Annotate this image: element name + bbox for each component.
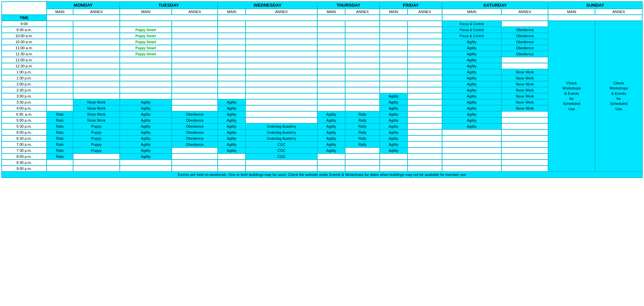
thu-main-cell (317, 87, 345, 93)
thu-annex-cell (345, 93, 379, 99)
thu-annex-cell (345, 75, 379, 81)
mon-main-cell (47, 166, 73, 172)
wed-main-sub: MAIN (218, 9, 246, 15)
sat-main-cell (442, 147, 502, 154)
wed-main-cell (218, 87, 246, 93)
mon-annex-cell (73, 154, 120, 160)
mon-annex-sub: ANNEX (73, 9, 120, 15)
sat-annex-cell (501, 111, 548, 117)
table-row: 9:30 a.m.Puppy SmartFocus & ControlObedi… (2, 27, 642, 33)
mon-annex-cell (73, 160, 120, 166)
tue-main-cell (120, 166, 172, 172)
fri-annex-cell (408, 87, 442, 93)
sat-annex-cell: Nose Work (501, 99, 548, 105)
mon-annex-cell (73, 51, 120, 57)
wed-main-cell: Agility (218, 105, 246, 111)
fri-main-cell (380, 87, 408, 93)
schedule-container: MONDAY TUESDAY WEDNESDAY THURSDAY FRIDAY… (0, 0, 644, 179)
wednesday-header: WEDNESDAY (218, 2, 317, 9)
fri-main-cell (380, 45, 408, 51)
wed-main-cell: Agility (218, 135, 246, 141)
fri-main-cell: Agility (380, 111, 408, 117)
thu-main-cell: Agility (317, 129, 345, 135)
mon-main-cell (47, 33, 73, 39)
tue-main-cell: Agility (120, 147, 172, 154)
mon-annex-cell: Puppy (73, 123, 120, 129)
mon-annex-cell: Puppy (73, 135, 120, 141)
thu-annex-cell (345, 33, 379, 39)
fri-annex-cell (408, 141, 442, 147)
wed-main-cell (218, 39, 246, 45)
table-row: 4:30: p.m.RatsNose WorkAgilityObedienceA… (2, 111, 642, 117)
wed-main-cell: Agility (218, 147, 246, 154)
time-cell: 6:30 p.m. (2, 135, 47, 141)
sat-annex-cell: Obedience (501, 33, 548, 39)
wed-annex-cell: CGC (246, 141, 317, 147)
time-cell: 11:00 a.m. (2, 45, 47, 51)
fri-annex-cell (408, 123, 442, 129)
mon-annex-cell: Nose Work (73, 105, 120, 111)
mon-main-cell (47, 51, 73, 57)
fri-annex-cell (408, 21, 442, 27)
table-row: 5:00 p.m.RatsNose WorkAgilityObedienceAg… (2, 117, 642, 123)
table-row: 6:00 p.m.RatsPuppyAgilityObedienceAgilit… (2, 129, 642, 135)
wed-annex-cell (246, 160, 317, 166)
tue-annex-cell (172, 81, 218, 87)
sat-annex-cell: Nose Work (501, 93, 548, 99)
time-cell: 12:00 p.m. (2, 57, 47, 63)
wed-main-cell (218, 75, 246, 81)
fri-annex-cell (408, 75, 442, 81)
thu-main-cell (317, 21, 345, 27)
mon-main-cell: Rats (47, 135, 73, 141)
tue-main-cell (120, 87, 172, 93)
table-row: 7:30 p.m.RatsPuppyAgilityAgilityCGCAgili… (2, 147, 642, 154)
fri-main-cell (380, 75, 408, 81)
mon-main-cell: Rats (47, 111, 73, 117)
mon-main-cell (47, 75, 73, 81)
puppy-smart-cell: Puppy Smart (120, 33, 172, 39)
sat-main-cell: Agility (442, 69, 502, 75)
tue-main-cell (120, 160, 172, 166)
tue-main-cell: Agility (120, 111, 172, 117)
mon-main-cell (47, 45, 73, 51)
fri-main-cell (380, 154, 408, 160)
table-row: 2:00 p.m.AgilityNose Work (2, 81, 642, 87)
sat-main-cell: Agility (442, 117, 502, 123)
fri-main-cell: Agility (380, 123, 408, 129)
tue-main-cell: Agility (120, 117, 172, 123)
fri-annex-cell (408, 166, 442, 172)
fri-main-cell: Agility (380, 105, 408, 111)
tue-annex-cell (172, 45, 218, 51)
sunday-header: SUNDAY (548, 2, 642, 9)
thu-annex-cell (345, 166, 379, 172)
thu-annex-cell: Rally (345, 135, 379, 141)
sat-annex-cell (501, 117, 548, 123)
tue-annex-cell (172, 160, 218, 166)
table-row: 8:30 p.m. (2, 160, 642, 166)
tue-main-cell: Agility (120, 141, 172, 147)
thu-annex-cell (345, 39, 379, 45)
mon-annex-cell: Puppy (73, 141, 120, 147)
thu-annex-cell (345, 147, 379, 154)
sun-annex-check: CheckWorkshops& EventsforScheduledUse (595, 21, 642, 172)
wed-main-cell (218, 154, 246, 160)
fri-annex-cell (408, 81, 442, 87)
mon-annex-cell (73, 33, 120, 39)
sat-annex-cell (501, 21, 548, 27)
wed-annex-cell (246, 27, 317, 33)
wed-annex-cell: CGC (246, 147, 317, 154)
time-cell: 8:30 p.m. (2, 160, 47, 166)
time-cell: 1:00 p.m. (2, 69, 47, 75)
thu-annex-cell (345, 21, 379, 27)
thu-annex-cell (345, 154, 379, 160)
puppy-smart-cell: Puppy Smart (120, 45, 172, 51)
sat-main-cell: Agility (442, 57, 502, 63)
wed-annex-cell (246, 111, 317, 117)
thu-main-cell (317, 75, 345, 81)
thu-main-cell: Agility (317, 135, 345, 141)
table-row: 6:30 p.m.RatsPuppyAgilityObedienceAgilit… (2, 135, 642, 141)
sat-main-cell (442, 129, 502, 135)
sat-annex-cell (501, 129, 548, 135)
wed-annex-cell (246, 75, 317, 81)
tue-main-cell (120, 57, 172, 63)
